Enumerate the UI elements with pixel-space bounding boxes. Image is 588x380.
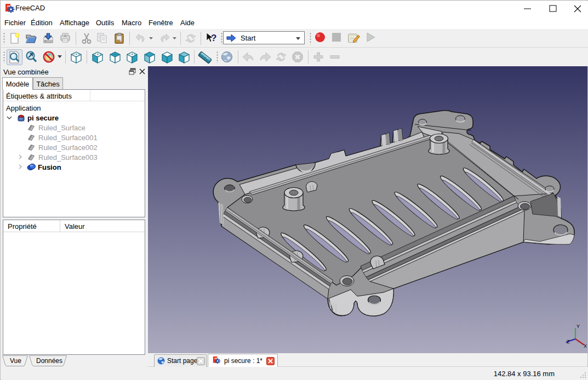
svg-text:X: X xyxy=(584,343,587,349)
svg-text:Vue: Vue xyxy=(10,357,21,365)
svg-text:Z: Z xyxy=(567,339,570,344)
svg-text:Y: Y xyxy=(576,324,580,329)
svg-text:Données: Données xyxy=(36,357,62,365)
svg-text:?: ? xyxy=(211,33,216,43)
